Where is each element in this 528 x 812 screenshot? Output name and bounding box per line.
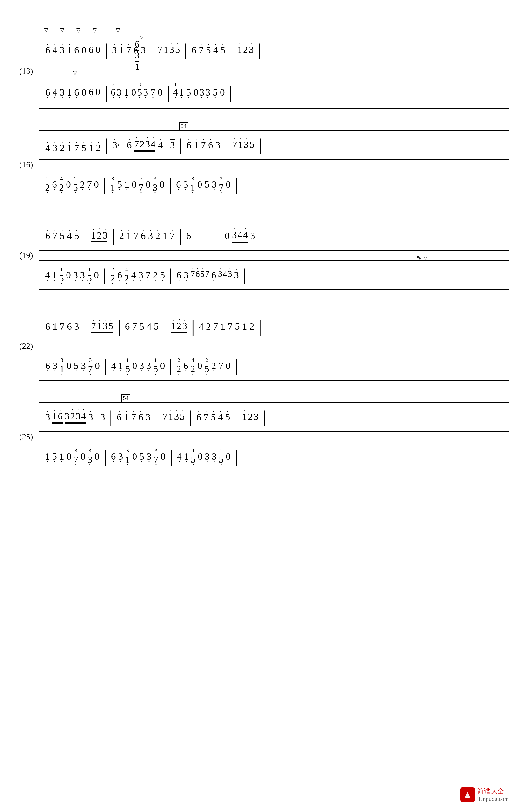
mordent-marks-13: ▽ ▽ ▽ ▽ ▽ bbox=[44, 27, 120, 33]
group-7135-25: 7 1 3 5 bbox=[163, 411, 185, 423]
lower-staff-25: 1 5 1 0 3 7 0 3 3 0 | bbox=[39, 441, 509, 471]
grand-staff-25: 54 3 1 6 ·3 bbox=[39, 402, 509, 471]
group-7234-16: ·7 ·2 ·3 ·4 bbox=[134, 139, 155, 152]
group-123-22: 1 2 3 bbox=[171, 320, 187, 333]
section-number-13: (13) bbox=[19, 67, 33, 76]
note-lo4-m1l13: 4 bbox=[52, 81, 57, 104]
section-number-16: (16) bbox=[19, 160, 33, 169]
section-22: (22) 6 1 7 6 3 7 1 3 bbox=[19, 311, 509, 380]
note-0d-m3l13: 0 bbox=[220, 87, 225, 98]
note-lo7-m2l13: 7 bbox=[150, 87, 155, 98]
note-0-m1u13: 0 bbox=[81, 39, 86, 61]
note-7-m2u13: 7 bbox=[126, 39, 131, 61]
logo-chinese: 简谱大全 bbox=[477, 787, 509, 796]
staves-col-16: 54 4 3 2 1 7 5 1 2 | 3· 6 bbox=[39, 130, 509, 199]
upper-staff-19: 6 7 5 4 5 1 2 3 | bbox=[39, 221, 509, 250]
note-0c-m3l13: 0 bbox=[194, 87, 198, 98]
staves-col-19: 6 7 5 4 5 1 2 3 | bbox=[39, 221, 509, 290]
lower-staff-19: 4 1 1 5 0 3 3 1 5 bbox=[39, 260, 509, 290]
logo-text-group: 简谱大全 jianpudg.com bbox=[477, 787, 509, 802]
svg-marker-0 bbox=[465, 792, 470, 798]
bar-l13-2: | bbox=[164, 82, 173, 102]
note-3-m2u13: 3 bbox=[112, 39, 117, 61]
note-3-m1u13: 3 bbox=[60, 39, 64, 61]
bar-l13-3: | bbox=[226, 82, 235, 102]
note-lo3c-m3l13: 3 bbox=[206, 87, 210, 98]
section-number-19: (19) bbox=[19, 251, 33, 260]
group-7135-16: 7 1 3 5 bbox=[232, 139, 255, 151]
group-3234-25: ·3 ·2 ·3 ·4 bbox=[64, 410, 86, 424]
group-7135-22: 7 1 3 5 bbox=[91, 320, 113, 333]
grand-staff-16: 54 4 3 2 1 7 5 1 2 | 3· 6 bbox=[39, 130, 509, 199]
grand-staff-13: ▽ ▽ ▽ ▽ ▽ 6 4 3 1 6 0 bbox=[39, 34, 509, 108]
bar-13-3: | bbox=[255, 40, 264, 60]
section-13: (13) > 6 3 1 ▽ ▽ ▽ ▽ bbox=[19, 34, 509, 108]
staves-col-13: ▽ ▽ ▽ ▽ ▽ 6 4 3 1 6 0 bbox=[39, 34, 509, 108]
grand-staff-22: 6 1 7 6 3 7 1 3 5 | bbox=[39, 311, 509, 380]
group-123-13: 1 2 3 bbox=[237, 44, 254, 56]
section-16: (16) 54 4 3 2 1 7 5 1 2 | bbox=[19, 130, 509, 199]
note-lo1-m1l13: 1 bbox=[67, 81, 72, 104]
logo-url: jianpudg.com bbox=[477, 796, 509, 802]
chord-lo-m2-13: 3 6 bbox=[111, 87, 116, 98]
note-60-underline-13: 6 0 bbox=[89, 44, 100, 56]
note-1-m1u13: 1 bbox=[67, 39, 72, 61]
chord-lo-m3b-13: 1 3 bbox=[199, 87, 205, 98]
bar-13-1: | bbox=[102, 40, 111, 60]
note-lo1-m3l13: 1 bbox=[179, 87, 184, 98]
note-6-m2u13: 6 bbox=[134, 39, 138, 61]
bar-13-2: | bbox=[181, 40, 190, 60]
section-19: (19) 6 7 5 4 5 1 2 3 bbox=[19, 221, 509, 290]
note-7-m3u13: 7 bbox=[199, 39, 203, 61]
lower-staff-13: ▽ 6 4 3 bbox=[39, 76, 509, 108]
note-3-m2u13b: 3 bbox=[141, 39, 146, 61]
lower-staff-16: 2 2 6 4 2 0 2 5 2 7 bbox=[39, 170, 509, 199]
group-7135-13: 7 1 3 5 bbox=[157, 44, 180, 56]
note-lo3b-m2l13: 3 bbox=[143, 87, 148, 98]
upper-staff-25: 54 3 1 6 ·3 bbox=[39, 402, 509, 432]
note-lo5-m3l13b: 5 bbox=[213, 87, 217, 98]
staves-col-25: 54 3 1 6 ·3 bbox=[39, 402, 509, 471]
upper-staff-22: 6 1 7 6 3 7 1 3 5 | bbox=[39, 311, 509, 341]
note-lo5-m3l13: 5 bbox=[186, 87, 191, 98]
section-number-22: (22) bbox=[19, 342, 33, 351]
mordent-below-13: ▽ bbox=[73, 70, 77, 76]
rehearsal-54-25: 54 bbox=[121, 394, 130, 402]
note-lo60-ul-13: 6 0 bbox=[89, 86, 100, 99]
note-lo60-m1l13: 6 bbox=[74, 81, 79, 104]
note-1-m2u13: 1 bbox=[119, 39, 124, 61]
upper-staff-16: 54 4 3 2 1 7 5 1 2 | 3· 6 bbox=[39, 130, 509, 160]
group-7657-19: ·7 ·6 ·5 ·7 bbox=[191, 269, 209, 281]
chord-lo-m2b-13: 3 5 bbox=[137, 87, 142, 98]
note-0b-m2l13: 0 bbox=[157, 87, 163, 98]
note-6-m3u13: 6 bbox=[192, 39, 196, 61]
section-25: (25) 54 3 1 6 bbox=[19, 402, 509, 471]
note-4-m1u13: 4 bbox=[52, 39, 57, 61]
group-3433-19: ·3 ·4 ·3 bbox=[218, 269, 232, 281]
note-4-m3u13: 4 bbox=[213, 39, 218, 61]
lower-staff-22: 6 3 3 1 0 5 3 3 7 0 | bbox=[39, 351, 509, 380]
watermark: 简谱大全 jianpudg.com bbox=[460, 787, 509, 802]
group-3443-19: ·3 ·4 ·4 bbox=[232, 229, 248, 243]
note-6-m1u13: 6 bbox=[45, 39, 50, 61]
group-123-25: 1 2 3 bbox=[242, 411, 259, 423]
note-lo3-m2l13: 3 bbox=[117, 87, 121, 98]
note-lo3-m1l13: 3 bbox=[60, 81, 64, 104]
note-5-m3u13: 5 bbox=[206, 39, 211, 61]
rehearsal-54-16: 54 bbox=[179, 122, 188, 130]
note-6-m1u13b: 6 bbox=[74, 39, 79, 61]
group-123-19: 1 2 3 bbox=[91, 230, 107, 242]
upper-staff-13: ▽ ▽ ▽ ▽ ▽ 6 4 3 1 6 0 bbox=[39, 34, 509, 66]
logo-icon bbox=[460, 787, 475, 802]
note-5-m3u13b: 5 bbox=[221, 39, 225, 61]
staves-col-22: 6 1 7 6 3 7 1 3 5 | bbox=[39, 311, 509, 380]
note-lo1-m2l13: 1 bbox=[124, 87, 129, 98]
section-number-25: (25) bbox=[19, 432, 33, 441]
page: (13) > 6 3 1 ▽ ▽ ▽ ▽ bbox=[0, 0, 528, 812]
note-0-m1l13: 0 bbox=[81, 81, 86, 104]
grand-staff-19: 6 7 5 4 5 1 2 3 | bbox=[39, 221, 509, 290]
note-lo6-m1l13: 6 bbox=[45, 81, 50, 104]
chord-lo-m3-13: 1 4 bbox=[173, 87, 178, 98]
note-0-m2l13: 0 bbox=[131, 87, 136, 98]
group-16-25: 1 6 bbox=[52, 410, 63, 424]
